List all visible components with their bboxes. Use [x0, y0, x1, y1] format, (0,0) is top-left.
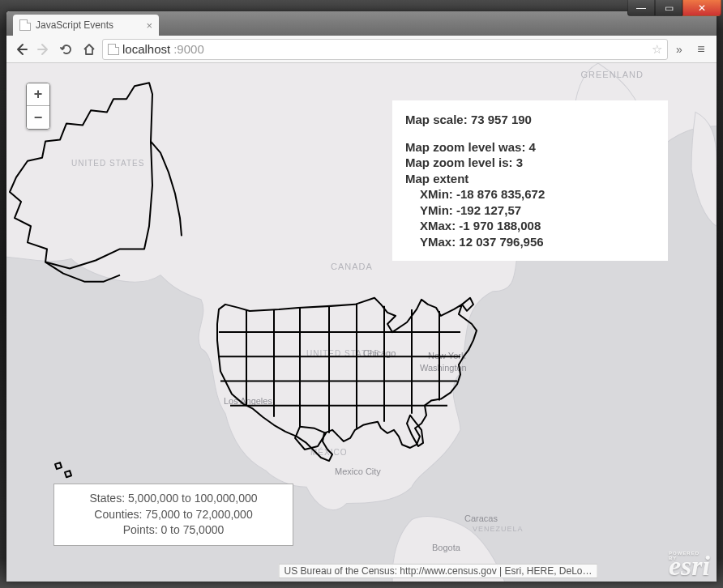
tab-strip: JavaScript Events ×: [6, 11, 717, 36]
xmax-label: XMax:: [420, 219, 456, 232]
zoom-is-label: Map zoom level is:: [405, 156, 513, 169]
xmin-value: -18 876 835,672: [456, 187, 545, 201]
legend-counties: Counties: 75,000 to 72,000,000: [62, 507, 284, 523]
overflow-button[interactable]: »: [671, 40, 687, 59]
ymax-label: YMax:: [420, 235, 456, 249]
zoom-was-label: Map zoom level was:: [405, 140, 525, 154]
xmin-label: XMin:: [420, 187, 453, 201]
browser-tab[interactable]: JavaScript Events ×: [13, 15, 159, 36]
ymin-value: -192 127,57: [456, 203, 521, 217]
xmax-value: -1 970 188,008: [459, 219, 541, 232]
back-button[interactable]: [11, 40, 31, 59]
home-icon: [83, 43, 96, 56]
ymin-label: YMin:: [420, 203, 453, 217]
url-path: :9000: [173, 42, 204, 56]
scale-label: Map scale:: [405, 113, 468, 126]
reload-icon: [60, 43, 73, 56]
browser-toolbar: localhost:9000 ☆ » ≡: [6, 36, 717, 63]
reload-button[interactable]: [57, 40, 76, 59]
browser-window: JavaScript Events × localhost:9000 ☆ » ≡: [6, 11, 717, 582]
ymax-value: 12 037 796,956: [459, 235, 543, 249]
window-maximize-button[interactable]: ▭: [655, 0, 682, 16]
arrow-right-icon: [37, 43, 50, 56]
esri-logo: POWERED BY esri: [669, 552, 710, 580]
legend-states: States: 5,000,000 to 100,000,000: [62, 491, 284, 507]
map-info-panel: Map scale: 73 957 190 Map zoom level was…: [392, 100, 668, 261]
powered-by-label: POWERED BY: [669, 551, 708, 560]
address-bar[interactable]: localhost:9000 ☆: [102, 39, 668, 60]
map-attribution: US Bureau of the Census: http://www.cens…: [279, 564, 598, 578]
zoom-control: + −: [26, 83, 50, 130]
bookmark-star-icon[interactable]: ☆: [652, 42, 662, 57]
zoom-is-value: 3: [516, 156, 523, 169]
legend-panel: States: 5,000,000 to 100,000,000 Countie…: [53, 484, 293, 546]
page-icon: [108, 44, 119, 55]
forward-button[interactable]: [34, 40, 53, 59]
legend-points: Points: 0 to 75,0000: [62, 522, 284, 539]
window-close-button[interactable]: ✕: [682, 0, 721, 16]
zoom-out-button[interactable]: −: [27, 106, 49, 129]
arrow-left-icon: [15, 43, 28, 56]
tab-close-icon[interactable]: ×: [146, 19, 152, 32]
map-viewport[interactable]: GREENLAND CANADA UNITED STATES UNITED ST…: [6, 63, 717, 582]
zoom-in-button[interactable]: +: [27, 83, 49, 106]
zoom-was-value: 4: [529, 140, 536, 154]
extent-label: Map extent: [405, 171, 655, 187]
tab-title: JavaScript Events: [36, 19, 113, 31]
hamburger-menu-button[interactable]: ≡: [691, 40, 712, 59]
scale-value: 73 957 190: [471, 113, 532, 126]
page-icon: [19, 19, 31, 31]
home-button[interactable]: [79, 40, 99, 59]
url-host: localhost: [122, 42, 170, 56]
window-minimize-button[interactable]: —: [627, 0, 655, 16]
